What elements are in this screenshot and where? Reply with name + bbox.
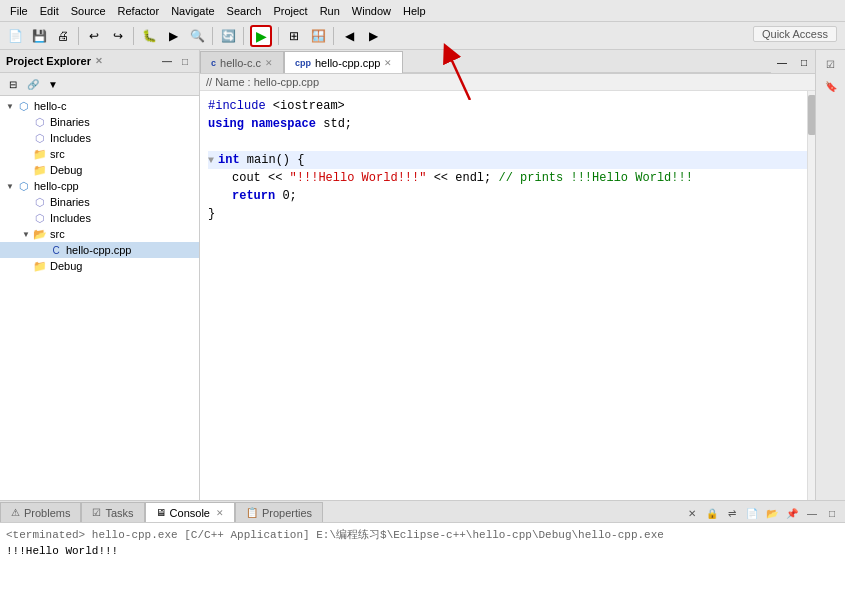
menu-search[interactable]: Search <box>221 3 268 19</box>
problems-icon: ⚠ <box>11 507 20 518</box>
binaries-c-label: Binaries <box>48 116 90 128</box>
src-cpp-label: src <box>48 228 65 240</box>
breadcrumb-text: // Name : hello-cpp.cpp <box>206 76 319 88</box>
bottom-tabs: ⚠ Problems ☑ Tasks 🖥 Console ✕ 📋 Propert… <box>0 501 845 523</box>
refresh-button[interactable]: 🔄 <box>217 25 239 47</box>
run-button[interactable]: ▶ <box>250 25 272 47</box>
tree-includes-hello-c[interactable]: ▶ ⬡ Includes <box>0 130 199 146</box>
code-comment: // prints !!!Hello World!!! <box>498 171 692 185</box>
arrow-debug-c: ▶ <box>20 164 32 176</box>
link-editor-button[interactable]: 🔗 <box>24 75 42 93</box>
debug-button[interactable]: 🐛 <box>138 25 160 47</box>
clear-console-btn[interactable]: ✕ <box>683 504 701 522</box>
menu-source[interactable]: Source <box>65 3 112 19</box>
panel-header-buttons: — □ <box>159 53 193 69</box>
menu-refactor[interactable]: Refactor <box>112 3 166 19</box>
minimize-panel-button[interactable]: — <box>159 53 175 69</box>
collapse-hello-c[interactable]: ▼ <box>4 100 16 112</box>
tree-includes-hello-cpp[interactable]: ▶ ⬡ Includes <box>0 210 199 226</box>
tasks-icon: ☑ <box>92 507 101 518</box>
new-button[interactable]: 📄 <box>4 25 26 47</box>
code-line-5: cout << "!!!Hello World!!!" << endl; // … <box>208 169 807 187</box>
save-button[interactable]: 💾 <box>28 25 50 47</box>
src-icon-cpp: 📂 <box>32 227 48 241</box>
menu-help[interactable]: Help <box>397 3 432 19</box>
tab-hello-cpp-icon: cpp <box>295 58 311 68</box>
menu-project[interactable]: Project <box>267 3 313 19</box>
tree-debug-hello-c[interactable]: ▶ 📁 Debug <box>0 162 199 178</box>
print-button[interactable]: 🖨 <box>52 25 74 47</box>
word-wrap-btn[interactable]: ⇌ <box>723 504 741 522</box>
tree-project-hello-cpp[interactable]: ▼ ⬡ hello-cpp <box>0 178 199 194</box>
menu-file[interactable]: File <box>4 3 34 19</box>
code-line-6: return 0; <box>208 187 807 205</box>
tree-file-hello-cpp[interactable]: ▶ C hello-cpp.cpp <box>0 242 199 258</box>
collapse-all-button[interactable]: ⊟ <box>4 75 22 93</box>
maximize-bottom-btn[interactable]: □ <box>823 504 841 522</box>
editor-scrollbar-track[interactable] <box>807 91 815 500</box>
arrow-binaries-c: ▶ <box>20 116 32 128</box>
menu-window[interactable]: Window <box>346 3 397 19</box>
file-cpp-label: hello-cpp.cpp <box>64 244 131 256</box>
minimize-bottom-btn[interactable]: — <box>803 504 821 522</box>
code-line-4: ▼ int main() { <box>208 151 807 169</box>
code-cout: cout << <box>232 171 290 185</box>
pin-console-btn[interactable]: 📌 <box>783 504 801 522</box>
tree-src-hello-c[interactable]: ▶ 📁 src <box>0 146 199 162</box>
editor-scrollbar-thumb[interactable] <box>808 95 815 135</box>
maximize-panel-button[interactable]: □ <box>177 53 193 69</box>
open-perspective-button[interactable]: ⊞ <box>283 25 305 47</box>
editor-tabs: c hello-c.c ✕ cpp hello-cpp.cpp ✕ — □ <box>200 50 815 74</box>
search-button[interactable]: 🔍 <box>186 25 208 47</box>
undo-button[interactable]: ↩ <box>83 25 105 47</box>
prev-button[interactable]: ◀ <box>338 25 360 47</box>
menu-edit[interactable]: Edit <box>34 3 65 19</box>
next-button[interactable]: ▶ <box>362 25 384 47</box>
tab-hello-c[interactable]: c hello-c.c ✕ <box>200 51 284 73</box>
console-line-2: !!!Hello World!!! <box>6 543 839 559</box>
redo-button[interactable]: ↪ <box>107 25 129 47</box>
right-panel-btn-1[interactable]: ☑ <box>819 54 843 74</box>
debug-icon-c: 📁 <box>32 163 48 177</box>
includes-icon-c: ⬡ <box>32 131 48 145</box>
tree-src-hello-cpp[interactable]: ▼ 📂 src <box>0 226 199 242</box>
code-main: main() { <box>240 153 305 167</box>
editor-minimize-btn[interactable]: — <box>771 51 793 73</box>
right-panel-btn-2[interactable]: 🔖 <box>819 76 843 96</box>
arrow-src-cpp[interactable]: ▼ <box>20 228 32 240</box>
console-label: Console <box>170 507 210 519</box>
menu-navigate[interactable]: Navigate <box>165 3 220 19</box>
arrow-file: ▶ <box>36 244 48 256</box>
tree-binaries-hello-c[interactable]: ▶ ⬡ Binaries <box>0 114 199 130</box>
tree-debug-hello-cpp[interactable]: ▶ 📁 Debug <box>0 258 199 274</box>
run-external-button[interactable]: ▶ <box>162 25 184 47</box>
panel-header: Project Explorer ✕ — □ <box>0 50 199 73</box>
tab-console[interactable]: 🖥 Console ✕ <box>145 502 235 522</box>
src-c-label: src <box>48 148 65 160</box>
menu-run[interactable]: Run <box>314 3 346 19</box>
tree-binaries-hello-cpp[interactable]: ▶ ⬡ Binaries <box>0 194 199 210</box>
panel-title: Project Explorer ✕ <box>6 55 103 67</box>
tab-tasks[interactable]: ☑ Tasks <box>81 502 144 522</box>
tab-spacer <box>403 72 771 73</box>
scroll-lock-btn[interactable]: 🔒 <box>703 504 721 522</box>
open-console-btn[interactable]: 📂 <box>763 504 781 522</box>
explorer-menu-button[interactable]: ▼ <box>44 75 62 93</box>
tab-hello-cpp[interactable]: cpp hello-cpp.cpp ✕ <box>284 51 403 73</box>
quick-access-box[interactable]: Quick Access <box>753 26 837 42</box>
code-line-2: using namespace std; <box>208 115 807 133</box>
binaries-icon-cpp: ⬡ <box>32 195 48 209</box>
src-icon-c: 📁 <box>32 147 48 161</box>
editor-maximize-btn[interactable]: □ <box>793 51 815 73</box>
console-tab-close[interactable]: ✕ <box>216 508 224 518</box>
tab-hello-c-close[interactable]: ✕ <box>265 58 273 68</box>
editor-content[interactable]: #include <iostream> using namespace std;… <box>200 91 815 500</box>
tree-project-hello-c[interactable]: ▼ ⬡ hello-c <box>0 98 199 114</box>
tab-properties[interactable]: 📋 Properties <box>235 502 323 522</box>
tab-hello-cpp-close[interactable]: ✕ <box>384 58 392 68</box>
tab-problems[interactable]: ⚠ Problems <box>0 502 81 522</box>
collapse-hello-cpp[interactable]: ▼ <box>4 180 16 192</box>
new-console-btn[interactable]: 📄 <box>743 504 761 522</box>
new-window-button[interactable]: 🪟 <box>307 25 329 47</box>
code-collapse-main[interactable]: ▼ <box>208 155 214 166</box>
